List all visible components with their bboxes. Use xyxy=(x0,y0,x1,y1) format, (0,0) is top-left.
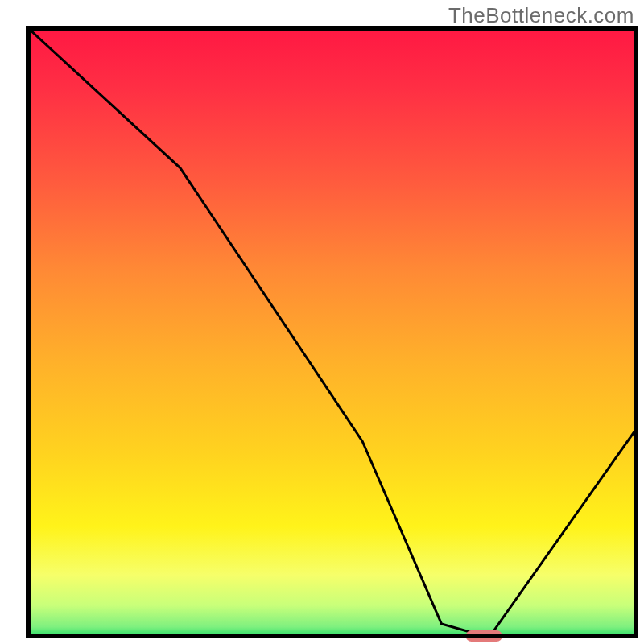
gradient-background xyxy=(28,28,636,636)
chart-container: TheBottleneck.com xyxy=(0,0,644,644)
bottleneck-chart xyxy=(0,0,644,644)
watermark-text: TheBottleneck.com xyxy=(448,3,634,28)
